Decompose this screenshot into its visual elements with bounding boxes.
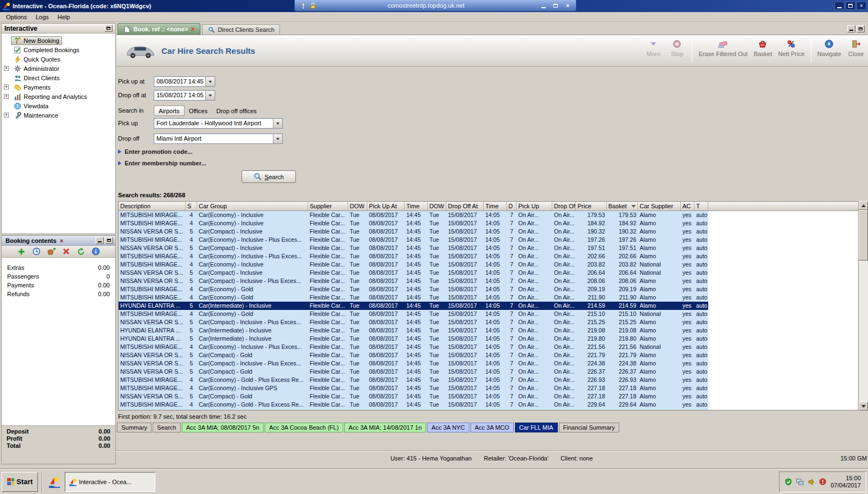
- window-close-button[interactable]: ×: [856, 2, 866, 10]
- tab-summary[interactable]: Summary: [117, 423, 152, 432]
- erase-filtered-out-button[interactable]: Erase Filtered Out: [698, 39, 747, 57]
- table-row[interactable]: MITSUBISHI MIRAGE...4Car(Economy) - Incl…: [119, 219, 708, 227]
- chevron-down-icon[interactable]: [273, 134, 282, 143]
- menu-help[interactable]: Help: [53, 13, 75, 21]
- scrollbar-thumb[interactable]: [859, 210, 868, 260]
- sidebar-item-viewdata[interactable]: Viewdata: [2, 101, 115, 110]
- column-header-price[interactable]: Price: [576, 202, 607, 210]
- column-header-pick-up-at[interactable]: Pick Up At: [367, 202, 405, 210]
- stop-button[interactable]: Stop: [668, 39, 686, 57]
- table-row[interactable]: NISSAN VERSA OR S...5Car(Compact) - Gold…: [119, 368, 708, 376]
- alert-icon[interactable]: [819, 478, 827, 486]
- rdp-close-button[interactable]: ×: [564, 2, 572, 9]
- delete-icon[interactable]: [61, 247, 71, 256]
- tab-search[interactable]: Search: [153, 423, 181, 432]
- column-header-t[interactable]: T: [695, 202, 708, 210]
- refresh-icon[interactable]: [76, 247, 86, 256]
- pickup-at-combo[interactable]: 08/08/2017 14:45: [154, 76, 215, 87]
- column-header-s[interactable]: S: [186, 202, 197, 210]
- quick-launch-app-icon[interactable]: [47, 474, 62, 490]
- taskbar-task-interactive[interactable]: Interactive - Ocea...: [65, 472, 155, 492]
- tab-acc-3a-mia-1[interactable]: Acc 3A MIA; 08/08/2017 5n: [182, 423, 264, 432]
- table-row[interactable]: NISSAN VERSA OR S...5Car(Compact) - Incl…: [119, 318, 708, 326]
- booking-contents-close-icon[interactable]: ×: [60, 237, 63, 244]
- sidebar-item-maintenance[interactable]: Maintenance: [2, 110, 115, 120]
- column-header-time[interactable]: Time: [484, 202, 507, 210]
- column-header-car-group[interactable]: Car Group: [197, 202, 308, 210]
- expand-toggle[interactable]: [4, 66, 9, 71]
- chevron-down-icon[interactable]: [205, 77, 215, 86]
- column-header-pick-up[interactable]: Pick Up: [517, 202, 552, 210]
- network-icon[interactable]: [796, 478, 804, 486]
- booking-panel-restore-button[interactable]: [105, 237, 113, 244]
- tab-acc-3a-mco[interactable]: Acc 3A MCO: [471, 423, 514, 432]
- table-row[interactable]: MITSUBISHI MIRAGE...4Car(Economy) - Incl…: [119, 343, 708, 351]
- table-row[interactable]: HYUNDAI ELANTRA ...5Car(Intermediate) - …: [119, 326, 708, 335]
- info-icon[interactable]: [91, 247, 100, 256]
- add-to-basket-icon[interactable]: [47, 247, 56, 256]
- pickup-combo[interactable]: Fort Lauderdale - Hollywood Intl Airport: [154, 118, 283, 129]
- tab-acc-3a-cocoa-beach[interactable]: Acc 3A Cocoa Beach (FL): [265, 423, 343, 432]
- membership-number-expander[interactable]: Enter membership number...: [118, 160, 206, 166]
- table-row[interactable]: MITSUBISHI MIRAGE...4Car(Economy) - Gold…: [119, 376, 708, 384]
- table-row[interactable]: MITSUBISHI MIRAGE...4Car(Economy) - Gold…: [119, 401, 708, 409]
- expand-toggle[interactable]: [4, 94, 9, 99]
- column-header-dow[interactable]: DOW: [428, 202, 446, 210]
- tab-financial-summary[interactable]: Financial Summary: [559, 423, 619, 432]
- column-header-time[interactable]: Time: [405, 202, 428, 210]
- sidebar-item-administrator[interactable]: Administrator: [2, 64, 115, 73]
- search-button[interactable]: Search: [242, 170, 296, 183]
- mdi-restore-button[interactable]: [856, 25, 865, 32]
- table-row[interactable]: MITSUBISHI MIRAGE...4Car(Economy) - Incl…: [119, 236, 708, 244]
- sidebar-item-payments[interactable]: Payments: [2, 82, 115, 92]
- column-header-d[interactable]: D: [507, 202, 517, 210]
- column-header-drop-off-at[interactable]: Drop Off At: [446, 202, 484, 210]
- nett-price-button[interactable]: Nett Price: [778, 39, 804, 57]
- table-row[interactable]: HYUNDAI ELANTRA ...5Car(Intermediate) - …: [119, 335, 708, 343]
- table-row[interactable]: MITSUBISHI MIRAGE...4Car(Economy) - Incl…: [119, 260, 708, 269]
- volume-icon[interactable]: [808, 478, 815, 486]
- security-shield-icon[interactable]: [785, 478, 792, 486]
- table-row[interactable]: MITSUBISHI MIRAGE...4Car(Economy) - Gold…: [119, 310, 708, 318]
- column-header-supplier[interactable]: Supplier: [308, 202, 348, 210]
- table-row[interactable]: NISSAN VERSA OR S...5Car(Compact) - Incl…: [119, 359, 708, 368]
- scroll-up-icon[interactable]: [859, 201, 868, 210]
- sidebar-item-new-booking[interactable]: New Booking: [2, 36, 115, 45]
- rdp-restore-button[interactable]: [552, 2, 559, 9]
- window-maximize-button[interactable]: [845, 2, 855, 10]
- scroll-down-icon[interactable]: [859, 402, 868, 410]
- column-header-car-supplier[interactable]: Car Supplier: [638, 202, 681, 210]
- add-icon[interactable]: [17, 247, 26, 256]
- table-row[interactable]: HYUNDAI ELANTRA ...5Car(Intermediate) - …: [119, 302, 708, 310]
- more-button[interactable]: More: [645, 39, 662, 57]
- window-minimize-button[interactable]: [835, 2, 844, 10]
- menu-options[interactable]: Options: [2, 13, 31, 21]
- segment-dropoff-offices[interactable]: Drop off offices: [212, 106, 261, 116]
- table-row[interactable]: MITSUBISHI MIRAGE...4Car(Economy) - Incl…: [119, 211, 708, 219]
- sidebar-item-completed-bookings[interactable]: Completed Bookings: [2, 45, 115, 54]
- expand-toggle[interactable]: [4, 85, 9, 90]
- dropoff-combo[interactable]: Miami Intl Airport: [154, 134, 283, 144]
- column-header-ac[interactable]: AC: [681, 202, 695, 210]
- tab-car-fll-mia[interactable]: Car FLL MIA: [515, 423, 558, 432]
- segment-offices[interactable]: Offices: [184, 106, 212, 116]
- tab-direct-clients-search[interactable]: Direct Clients Search: [202, 24, 280, 35]
- chevron-down-icon[interactable]: [273, 119, 282, 128]
- mdi-minimize-button[interactable]: [847, 25, 855, 32]
- table-row[interactable]: NISSAN VERSA OR S...5Car(Compact) - Incl…: [119, 277, 708, 285]
- table-row[interactable]: NISSAN VERSA OR S...5Car(Compact) - Incl…: [119, 227, 708, 236]
- table-row[interactable]: MITSUBISHI MIRAGE...4Car(Economy) - Incl…: [119, 384, 708, 392]
- chevron-down-icon[interactable]: [205, 91, 215, 100]
- table-row[interactable]: NISSAN VERSA OR S...5Car(Compact) - Gold…: [119, 392, 708, 401]
- segment-airports[interactable]: Airports: [154, 106, 184, 116]
- table-row[interactable]: MITSUBISHI MIRAGE...4Car(Economy) - Gold…: [119, 293, 708, 302]
- panel-collapse-button[interactable]: [104, 25, 113, 32]
- table-row[interactable]: NISSAN VERSA OR S...5Car(Compact) - Incl…: [119, 244, 708, 252]
- tab-acc-3a-mia-2[interactable]: Acc 3A MIA; 14/08/2017 1n: [344, 423, 426, 432]
- promotion-code-expander[interactable]: Enter promotion code...: [118, 148, 192, 155]
- tab-acc-3a-nyc[interactable]: Acc 3A NYC: [427, 423, 469, 432]
- start-button[interactable]: Start: [2, 472, 38, 492]
- pin-icon[interactable]: [299, 2, 307, 9]
- table-row[interactable]: MITSUBISHI MIRAGE...4Car(Economy) - Incl…: [119, 252, 708, 260]
- menu-logs[interactable]: Logs: [31, 13, 53, 21]
